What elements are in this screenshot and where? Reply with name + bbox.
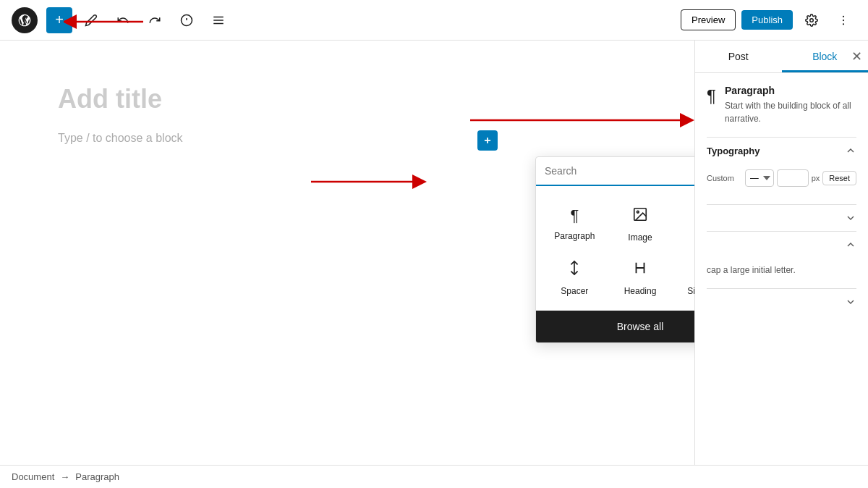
- inserter-item-image-label: Image: [628, 232, 652, 243]
- panel-tabs: Post Block ✕: [695, 41, 868, 73]
- inserter-search-area: [536, 157, 694, 186]
- block-placeholder: Type / to choose a block: [58, 132, 637, 145]
- tab-post[interactable]: Post: [695, 41, 782, 72]
- section-4-header[interactable]: [707, 288, 856, 315]
- font-size-input[interactable]: [777, 169, 809, 187]
- edit-mode-button[interactable]: [78, 7, 104, 33]
- svg-point-21: [637, 211, 639, 213]
- block-inserter-popup: ¶ Paragraph Image List: [535, 156, 694, 343]
- toolbar: + Preview Publish: [0, 0, 868, 41]
- image-icon: [632, 206, 648, 227]
- px-label: px: [812, 174, 820, 182]
- search-input[interactable]: [545, 165, 694, 177]
- inserter-item-image[interactable]: Image: [608, 198, 673, 251]
- more-options-button[interactable]: [830, 7, 856, 33]
- reset-button[interactable]: Reset: [822, 171, 856, 185]
- block-info-text: Paragraph Start with the building block …: [725, 85, 856, 125]
- svg-point-9: [843, 15, 844, 17]
- section-3-header[interactable]: [707, 231, 856, 258]
- inserter-item-site-logo[interactable]: Site Logo: [673, 251, 694, 305]
- section-2-header[interactable]: [707, 204, 856, 231]
- redo-button[interactable]: [142, 7, 168, 33]
- annotation-arrow-block: [311, 173, 427, 190]
- status-bar: Document → Paragraph: [0, 465, 868, 488]
- preview-button[interactable]: Preview: [681, 9, 736, 30]
- inserter-item-paragraph-label: Paragraph: [554, 231, 595, 241]
- inserter-item-spacer[interactable]: Spacer: [542, 251, 608, 305]
- active-tab-indicator: [782, 70, 869, 72]
- typography-section-header[interactable]: Typography: [707, 137, 856, 164]
- custom-label: Custom: [707, 174, 734, 182]
- section-3-collapse-icon: [845, 239, 856, 251]
- inserter-item-list[interactable]: List: [673, 198, 694, 251]
- typography-label: Typography: [707, 146, 760, 156]
- toolbar-right: Preview Publish: [681, 7, 856, 33]
- svg-point-11: [843, 23, 844, 25]
- publish-button[interactable]: Publish: [741, 10, 793, 30]
- section-2-expand-icon: [845, 212, 856, 224]
- annotation-arrow-panel: [470, 112, 694, 129]
- svg-point-10: [843, 19, 844, 20]
- list-view-button[interactable]: [205, 7, 231, 33]
- section-3-content: cap a large initial letter.: [707, 258, 856, 288]
- inserter-item-heading[interactable]: Heading: [608, 251, 673, 305]
- inserter-item-site-logo-label: Site Logo: [687, 286, 694, 296]
- right-panel: Post Block ✕ ¶ Paragraph Start with the …: [694, 41, 868, 465]
- status-block: Paragraph: [75, 471, 119, 482]
- browse-all-button[interactable]: Browse all: [536, 311, 694, 342]
- add-block-toolbar-button[interactable]: +: [46, 7, 72, 33]
- block-name: Paragraph: [725, 85, 856, 96]
- status-separator: →: [60, 471, 69, 482]
- inserter-grid: ¶ Paragraph Image List: [536, 186, 694, 311]
- post-title-placeholder[interactable]: Add title: [58, 84, 637, 114]
- add-block-inline-button[interactable]: [477, 130, 498, 151]
- typography-controls: — px Reset: [745, 169, 856, 187]
- paragraph-icon: ¶: [570, 206, 579, 225]
- dropcap-description: cap a large initial letter.: [707, 264, 856, 277]
- inserter-item-spacer-label: Spacer: [561, 286, 588, 296]
- details-button[interactable]: [174, 7, 200, 33]
- inserter-item-paragraph[interactable]: ¶ Paragraph: [542, 198, 608, 251]
- wordpress-logo[interactable]: [12, 7, 38, 33]
- paragraph-block-icon: ¶: [707, 86, 716, 106]
- typography-collapse-icon: [845, 145, 856, 156]
- block-description: Start with the building block of all nar…: [725, 99, 856, 125]
- font-size-unit-select[interactable]: —: [745, 169, 774, 187]
- spacer-icon: [566, 260, 582, 280]
- typography-section-content: Custom — px Reset: [707, 164, 856, 204]
- editor-area: Add title Type / to choose a block: [0, 41, 694, 465]
- block-info: ¶ Paragraph Start with the building bloc…: [707, 85, 856, 125]
- svg-point-8: [810, 18, 814, 22]
- inserter-item-heading-label: Heading: [624, 286, 657, 296]
- undo-button[interactable]: [110, 7, 136, 33]
- panel-close-button[interactable]: ✕: [851, 49, 862, 64]
- status-document: Document: [12, 471, 54, 482]
- section-4-expand-icon: [845, 296, 856, 308]
- panel-content: ¶ Paragraph Start with the building bloc…: [695, 73, 868, 465]
- typography-controls-row: Custom — px Reset: [707, 169, 856, 187]
- settings-button[interactable]: [799, 7, 825, 33]
- block-placeholder-text: Type / to choose a block: [58, 132, 183, 145]
- main-layout: Add title Type / to choose a block: [0, 41, 868, 465]
- heading-icon: [632, 260, 648, 280]
